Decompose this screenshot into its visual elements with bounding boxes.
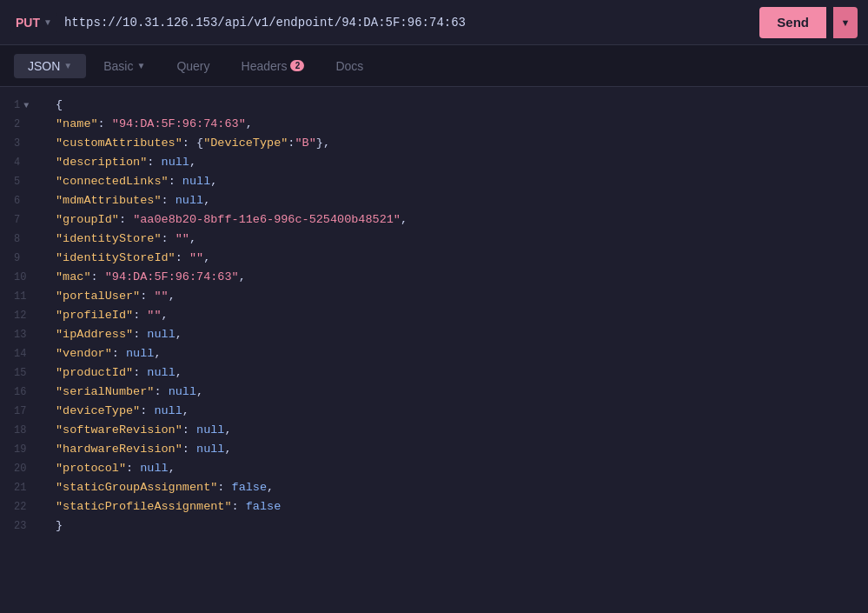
method-label: PUT [16, 16, 40, 30]
code-content-13: "ipAddress": null, [56, 325, 854, 344]
tab-docs-label: Docs [335, 59, 363, 73]
method-dropdown-icon: ▼ [43, 17, 52, 27]
line-num-5: 5 [14, 174, 42, 190]
code-line-13: 13 "ipAddress": null, [0, 325, 868, 344]
code-line-17: 17 "deviceType": null, [0, 402, 868, 421]
line-num-21: 21 [14, 480, 42, 496]
code-content-19: "hardwareRevision": null, [56, 440, 854, 459]
code-editor[interactable]: 1▼ { 2 "name": "94:DA:5F:96:74:63", 3 "c… [0, 87, 868, 613]
code-line-6: 6 "mdmAttributes": null, [0, 191, 868, 210]
send-button[interactable]: Send [759, 7, 826, 38]
tab-headers-badge: 2 [290, 60, 304, 71]
code-line-11: 11 "portalUser": "", [0, 287, 868, 306]
code-line-1: 1▼ { [0, 96, 868, 115]
line-num-18: 18 [14, 423, 42, 439]
line-num-3: 3 [14, 136, 42, 152]
line-num-4: 4 [14, 155, 42, 171]
line-num-7: 7 [14, 212, 42, 229]
tab-docs[interactable]: Docs [321, 54, 377, 78]
code-content-18: "softwareRevision": null, [56, 421, 854, 440]
code-content-5: "connectedLinks": null, [56, 172, 854, 191]
collapse-icon-1[interactable]: ▼ [23, 99, 29, 113]
code-line-5: 5 "connectedLinks": null, [0, 172, 868, 191]
code-line-9: 9 "identityStoreId": "", [0, 249, 868, 268]
line-num-8: 8 [14, 231, 42, 248]
code-line-21: 21 "staticGroupAssignment": false, [0, 478, 868, 497]
code-line-23: 23 } [0, 516, 868, 536]
line-num-13: 13 [14, 327, 42, 343]
line-num-17: 17 [14, 403, 42, 420]
code-line-20: 20 "protocol": null, [0, 459, 868, 478]
tab-headers[interactable]: Headers 2 [228, 54, 319, 78]
tab-basic[interactable]: Basic ▼ [89, 54, 159, 78]
line-num-6: 6 [14, 193, 42, 210]
code-content-3: "customAttributes": {"DeviceType":"B"}, [56, 134, 854, 153]
code-content-2: "name": "94:DA:5F:96:74:63", [56, 115, 854, 134]
code-line-3: 3 "customAttributes": {"DeviceType":"B"}… [0, 134, 868, 153]
send-dropdown-button[interactable]: ▼ [833, 7, 858, 38]
code-content-10: "mac": "94:DA:5F:96:74:63", [56, 268, 854, 287]
code-content-9: "identityStoreId": "", [56, 249, 854, 268]
code-line-19: 19 "hardwareRevision": null, [0, 440, 868, 459]
url-display: https://10.31.126.153/api/v1/endpoint/94… [64, 16, 752, 30]
top-bar: PUT ▼ https://10.31.126.153/api/v1/endpo… [0, 0, 868, 45]
code-content-14: "vendor": null, [56, 344, 854, 363]
tab-json-label: JSON [28, 59, 60, 73]
line-num-19: 19 [14, 442, 42, 458]
line-num-10: 10 [14, 270, 42, 286]
code-content-17: "deviceType": null, [56, 402, 854, 421]
code-line-14: 14 "vendor": null, [0, 344, 868, 363]
line-num-20: 20 [14, 461, 42, 477]
tab-query-label: Query [176, 59, 209, 73]
tab-query[interactable]: Query [162, 54, 223, 78]
line-num-11: 11 [14, 289, 42, 305]
tab-json[interactable]: JSON ▼ [14, 54, 86, 78]
code-content-1: { [56, 96, 854, 115]
code-line-12: 12 "profileId": "", [0, 306, 868, 325]
code-line-16: 16 "serialNumber": null, [0, 383, 868, 402]
code-line-10: 10 "mac": "94:DA:5F:96:74:63", [0, 268, 868, 287]
line-num-2: 2 [14, 117, 42, 133]
method-badge[interactable]: PUT ▼ [10, 12, 57, 33]
code-content-11: "portalUser": "", [56, 287, 854, 306]
send-chevron-icon: ▼ [841, 17, 851, 28]
tab-headers-label: Headers [242, 59, 288, 73]
code-content-20: "protocol": null, [56, 459, 854, 478]
code-content-21: "staticGroupAssignment": false, [56, 478, 854, 497]
code-line-4: 4 "description": null, [0, 153, 868, 172]
code-line-7: 7 "groupId": "aa0e8b20-8bff-11e6-996c-52… [0, 210, 868, 230]
tab-json-dropdown-icon: ▼ [63, 61, 72, 70]
code-content-15: "productId": null, [56, 363, 854, 383]
line-num-1: 1▼ [14, 97, 42, 114]
code-content-7: "groupId": "aa0e8b20-8bff-11e6-996c-5254… [56, 210, 854, 230]
line-num-14: 14 [14, 346, 42, 363]
line-num-15: 15 [14, 365, 42, 382]
code-content-22: "staticProfileAssignment": false [56, 497, 854, 516]
code-content-12: "profileId": "", [56, 306, 854, 325]
code-content-6: "mdmAttributes": null, [56, 191, 854, 210]
code-line-15: 15 "productId": null, [0, 363, 868, 383]
code-line-18: 18 "softwareRevision": null, [0, 421, 868, 440]
code-content-4: "description": null, [56, 153, 854, 172]
line-num-22: 22 [14, 499, 42, 516]
code-line-8: 8 "identityStore": "", [0, 230, 868, 249]
code-content-8: "identityStore": "", [56, 230, 854, 249]
tab-basic-dropdown-icon: ▼ [136, 61, 145, 70]
code-content-23: } [56, 516, 854, 536]
code-line-2: 2 "name": "94:DA:5F:96:74:63", [0, 115, 868, 134]
code-content-16: "serialNumber": null, [56, 383, 854, 402]
line-num-16: 16 [14, 384, 42, 401]
tab-basic-label: Basic [103, 59, 133, 73]
line-num-12: 12 [14, 308, 42, 324]
line-num-23: 23 [14, 518, 42, 535]
line-num-9: 9 [14, 250, 42, 267]
code-line-22: 22 "staticProfileAssignment": false [0, 497, 868, 516]
tabs-bar: JSON ▼ Basic ▼ Query Headers 2 Docs [0, 45, 868, 87]
